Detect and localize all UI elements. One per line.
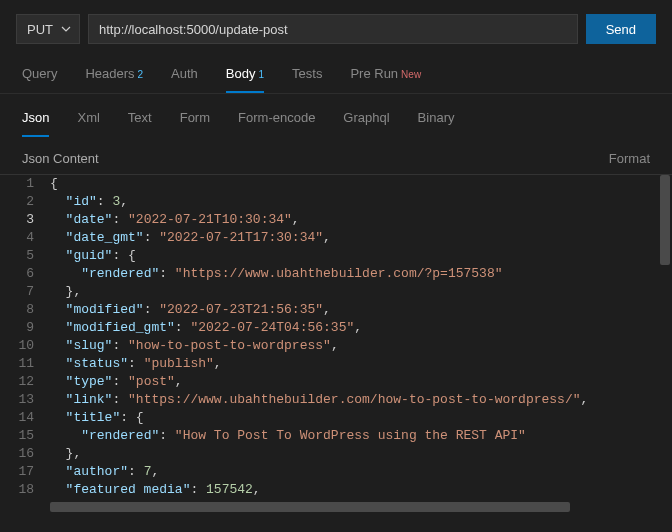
- tab-auth[interactable]: Auth: [171, 66, 198, 93]
- code-line[interactable]: 3 "date": "2022-07-21T10:30:34",: [0, 211, 672, 229]
- code-line[interactable]: 4 "date_gmt": "2022-07-21T17:30:34",: [0, 229, 672, 247]
- subtab-binary[interactable]: Binary: [418, 110, 455, 137]
- line-number: 6: [0, 265, 50, 283]
- code-content: "author": 7,: [50, 463, 672, 481]
- line-number: 16: [0, 445, 50, 463]
- main-tabs: Query Headers2 Auth Body1 Tests Pre RunN…: [0, 54, 672, 94]
- code-content: "status": "publish",: [50, 355, 672, 373]
- code-content: "link": "https://www.ubahthebuilder.com/…: [50, 391, 672, 409]
- method-value: PUT: [27, 22, 53, 37]
- subtab-text[interactable]: Text: [128, 110, 152, 137]
- code-line[interactable]: 11 "status": "publish",: [0, 355, 672, 373]
- code-content: "modified": "2022-07-23T21:56:35",: [50, 301, 672, 319]
- code-content: },: [50, 283, 672, 301]
- code-content: },: [50, 445, 672, 463]
- code-content: "id": 3,: [50, 193, 672, 211]
- code-line[interactable]: 9 "modified_gmt": "2022-07-24T04:56:35",: [0, 319, 672, 337]
- scrollbar-horizontal[interactable]: [50, 502, 570, 512]
- code-content: "guid": {: [50, 247, 672, 265]
- body-count: 1: [259, 69, 265, 80]
- subtab-xml[interactable]: Xml: [77, 110, 99, 137]
- line-number: 8: [0, 301, 50, 319]
- tab-query[interactable]: Query: [22, 66, 57, 93]
- line-number: 17: [0, 463, 50, 481]
- line-number: 18: [0, 481, 50, 499]
- code-line[interactable]: 1{: [0, 175, 672, 193]
- code-line[interactable]: 7 },: [0, 283, 672, 301]
- code-line[interactable]: 18 "featured media": 157542,: [0, 481, 672, 499]
- tab-body[interactable]: Body1: [226, 66, 264, 93]
- code-line[interactable]: 5 "guid": {: [0, 247, 672, 265]
- line-number: 10: [0, 337, 50, 355]
- tab-prerun[interactable]: Pre RunNew: [350, 66, 421, 93]
- code-content: "modified_gmt": "2022-07-24T04:56:35",: [50, 319, 672, 337]
- line-number: 5: [0, 247, 50, 265]
- headers-count: 2: [138, 69, 144, 80]
- url-input[interactable]: [88, 14, 578, 44]
- code-line[interactable]: 16 },: [0, 445, 672, 463]
- code-content: "featured media": 157542,: [50, 481, 672, 499]
- line-number: 14: [0, 409, 50, 427]
- line-number: 3: [0, 211, 50, 229]
- code-line[interactable]: 10 "slug": "how-to-post-to-wordpress",: [0, 337, 672, 355]
- content-header: Json Content Format: [0, 137, 672, 174]
- code-content: "date_gmt": "2022-07-21T17:30:34",: [50, 229, 672, 247]
- method-select[interactable]: PUT: [16, 14, 80, 44]
- subtab-form-encode[interactable]: Form-encode: [238, 110, 315, 137]
- code-content: "slug": "how-to-post-to-wordpress",: [50, 337, 672, 355]
- line-number: 15: [0, 427, 50, 445]
- new-badge: New: [401, 69, 421, 80]
- code-line[interactable]: 8 "modified": "2022-07-23T21:56:35",: [0, 301, 672, 319]
- code-line[interactable]: 17 "author": 7,: [0, 463, 672, 481]
- tab-headers[interactable]: Headers2: [85, 66, 143, 93]
- line-number: 11: [0, 355, 50, 373]
- line-number: 9: [0, 319, 50, 337]
- chevron-down-icon: [61, 24, 71, 34]
- scrollbar-vertical[interactable]: [660, 175, 670, 265]
- code-content: "rendered": "How To Post To WordPress us…: [50, 427, 672, 445]
- code-line[interactable]: 15 "rendered": "How To Post To WordPress…: [0, 427, 672, 445]
- code-content: "date": "2022-07-21T10:30:34",: [50, 211, 672, 229]
- code-content: "type": "post",: [50, 373, 672, 391]
- code-line[interactable]: 14 "title": {: [0, 409, 672, 427]
- line-number: 1: [0, 175, 50, 193]
- line-number: 7: [0, 283, 50, 301]
- code-line[interactable]: 13 "link": "https://www.ubahthebuilder.c…: [0, 391, 672, 409]
- line-number: 4: [0, 229, 50, 247]
- line-number: 12: [0, 373, 50, 391]
- subtab-graphql[interactable]: Graphql: [343, 110, 389, 137]
- code-content: "rendered": "https://www.ubahthebuilder.…: [50, 265, 672, 283]
- json-editor[interactable]: 1{2 "id": 3,3 "date": "2022-07-21T10:30:…: [0, 174, 672, 514]
- format-button[interactable]: Format: [609, 151, 650, 166]
- content-title: Json Content: [22, 151, 99, 166]
- code-line[interactable]: 12 "type": "post",: [0, 373, 672, 391]
- code-line[interactable]: 6 "rendered": "https://www.ubahthebuilde…: [0, 265, 672, 283]
- body-subtabs: Json Xml Text Form Form-encode Graphql B…: [0, 94, 672, 137]
- subtab-form[interactable]: Form: [180, 110, 210, 137]
- code-content: {: [50, 175, 672, 193]
- code-content: "title": {: [50, 409, 672, 427]
- send-button[interactable]: Send: [586, 14, 656, 44]
- tab-tests[interactable]: Tests: [292, 66, 322, 93]
- request-bar: PUT Send: [0, 0, 672, 54]
- line-number: 13: [0, 391, 50, 409]
- subtab-json[interactable]: Json: [22, 110, 49, 137]
- code-line[interactable]: 2 "id": 3,: [0, 193, 672, 211]
- line-number: 2: [0, 193, 50, 211]
